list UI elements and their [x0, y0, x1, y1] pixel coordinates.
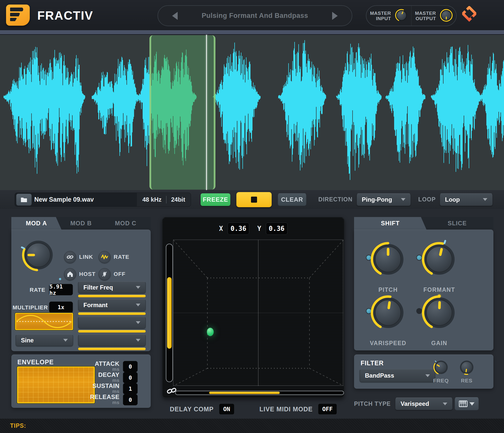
decay-row: DECAYms 0: [98, 372, 138, 383]
link-button[interactable]: LINK: [64, 251, 93, 263]
playhead-cursor: [206, 35, 207, 190]
sample-toolbar: New Sample 09.wav 48 kHz 24bit FREEZE CL…: [0, 190, 504, 209]
mod-target-2-select[interactable]: Formant: [78, 299, 146, 311]
release-row: RELEASEms 0: [90, 394, 138, 405]
tips-bar: TIPS:: [0, 419, 504, 433]
header: FRACTIV Pulsing Formant And Bandpass MAS…: [0, 0, 504, 30]
clear-button[interactable]: CLEAR: [278, 193, 306, 206]
envelope-display[interactable]: [17, 367, 95, 403]
fractiv-logo-icon: [6, 5, 30, 26]
loop-label: LOOP: [418, 196, 436, 203]
x-range-slider[interactable]: [175, 391, 344, 395]
tab-slice[interactable]: SLICE: [421, 217, 494, 230]
open-file-button[interactable]: [16, 194, 32, 206]
pitch-type-select[interactable]: Varispeed: [395, 398, 453, 410]
chevron-down-icon: [483, 198, 487, 201]
y-range-slider[interactable]: [166, 244, 173, 382]
tips-label: TIPS:: [10, 422, 26, 429]
host-sync-button[interactable]: HOST: [64, 268, 96, 280]
shift-panel: PITCH FORMANT VARISPEED GAIN: [354, 230, 493, 350]
lfo-shape-select[interactable]: Sine: [16, 334, 73, 346]
preset-prev-icon[interactable]: [172, 12, 178, 20]
delay-comp-toggle[interactable]: ON: [219, 404, 234, 414]
attack-row: ATTACKms 0: [95, 361, 138, 372]
direction-select[interactable]: Ping-Pong: [357, 193, 411, 206]
sustain-value[interactable]: 1: [123, 383, 138, 394]
preset-name[interactable]: Pulsing Formant And Bandpass: [202, 12, 308, 20]
mod-target-1-amount-slider[interactable]: [78, 295, 146, 297]
chevron-down-icon: [469, 402, 475, 406]
multiplier-value[interactable]: 1x: [49, 302, 73, 313]
varispeed-knob[interactable]: [368, 293, 408, 334]
x-range-handle[interactable]: [209, 392, 280, 394]
mod-target-2-amount-slider[interactable]: [78, 312, 146, 315]
preset-next-icon[interactable]: [332, 12, 338, 20]
master-input-knob[interactable]: [394, 8, 409, 24]
slider-link-icon[interactable]: [167, 386, 177, 395]
stop-button[interactable]: [236, 192, 272, 207]
pitch-knob[interactable]: [368, 239, 408, 280]
stop-icon: [251, 197, 257, 203]
filter-type-select[interactable]: BandPass: [360, 369, 435, 382]
master-output-group: MASTEROUTPUT: [411, 6, 456, 26]
mod-target-4-amount-slider[interactable]: [78, 348, 146, 350]
tab-mod-c[interactable]: MOD C: [101, 217, 151, 230]
loop-select[interactable]: Loop: [440, 193, 493, 206]
multiplier-label: MULTIPLIER: [13, 304, 45, 311]
rate-label: RATE: [16, 287, 45, 293]
tab-mod-b[interactable]: MOD B: [56, 217, 106, 230]
attack-value[interactable]: 0: [123, 361, 138, 372]
header-divider: [0, 30, 504, 35]
waveform-selection-region[interactable]: [149, 35, 215, 190]
sustain-row: SUSTAINms 1: [92, 383, 138, 394]
decay-value[interactable]: 0: [123, 372, 138, 383]
chevron-down-icon: [425, 374, 430, 377]
freeze-button[interactable]: FREEZE: [201, 193, 230, 206]
live-midi-toggle[interactable]: OFF: [318, 404, 337, 414]
brand-wordmark: FRACTIV: [37, 9, 93, 22]
formant-label: FORMANT: [412, 286, 467, 293]
x-value[interactable]: 0.36: [228, 223, 249, 235]
chevron-down-icon: [136, 304, 140, 306]
pitch-label: PITCH: [360, 286, 416, 293]
xy-pad-ball[interactable]: [207, 328, 214, 336]
rate-mode-button[interactable]: RATE: [99, 251, 129, 263]
varispeed-label: VARISPEED: [360, 340, 416, 347]
filter-freq-knob[interactable]: [432, 358, 450, 377]
pitch-type-row: PITCH TYPE Varispeed: [354, 397, 493, 410]
mod-phase-indicator: [59, 278, 61, 280]
tab-shift[interactable]: SHIFT: [354, 217, 427, 230]
delay-comp-label: DELAY COMP: [170, 406, 214, 413]
tab-mod-a[interactable]: MOD A: [11, 217, 61, 230]
y-value[interactable]: 0.36: [266, 223, 288, 235]
formant-knob[interactable]: [419, 239, 459, 280]
filter-res-knob[interactable]: [458, 358, 476, 377]
mod-off-button[interactable]: OFF: [99, 268, 125, 280]
midi-keyboard-button[interactable]: [455, 397, 479, 410]
chevron-down-icon: [136, 286, 140, 289]
filter-title: FILTER: [361, 359, 384, 367]
xy-readout: X 0.36 Y 0.36: [162, 223, 344, 235]
y-label: Y: [257, 225, 261, 232]
sustain-label: SUSTAINms: [92, 383, 119, 394]
link-icon: [67, 254, 73, 260]
y-range-handle[interactable]: [167, 277, 172, 349]
mod-target-4-select[interactable]: [78, 334, 146, 346]
xy-pad-area[interactable]: [173, 240, 343, 386]
waveform-display[interactable]: [0, 35, 504, 190]
rate-value[interactable]: 5.91 hz: [49, 284, 73, 295]
sample-rate: 48 kHz: [142, 196, 162, 203]
mod-target-1-select[interactable]: Filter Freq: [78, 281, 146, 293]
rate-wave-icon: [101, 254, 108, 260]
envelope-title: ENVELOPE: [17, 358, 54, 366]
release-value[interactable]: 0: [123, 394, 138, 405]
mod-target-3-select[interactable]: [78, 317, 146, 329]
gain-knob[interactable]: [419, 293, 459, 334]
master-output-label: MASTEROUTPUT: [415, 11, 436, 21]
mod-target-3-amount-slider[interactable]: [78, 330, 146, 333]
xy-pad-guides: [173, 240, 343, 386]
master-output-knob[interactable]: [439, 8, 454, 24]
mod-amount-knob[interactable]: [19, 236, 57, 275]
release-label: RELEASEms: [90, 394, 119, 405]
fractiv-plugin-window: FRACTIV Pulsing Formant And Bandpass MAS…: [0, 0, 504, 433]
